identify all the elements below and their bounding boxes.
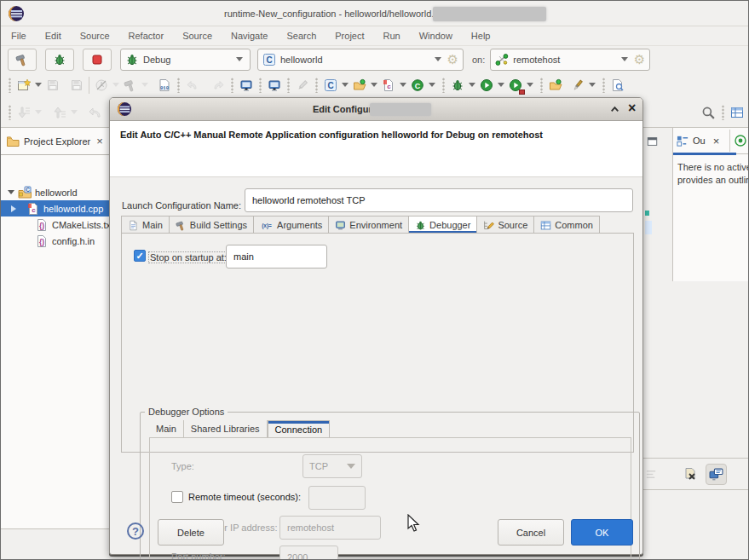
toolbar-drag-handle[interactable] <box>287 78 290 93</box>
toolbar-drag-handle[interactable] <box>231 78 233 93</box>
close-button[interactable]: × <box>628 101 636 116</box>
redo-button[interactable] <box>210 77 227 94</box>
menu-project[interactable]: Project <box>335 31 364 41</box>
previous-annotation-button[interactable] <box>51 104 68 121</box>
next-annotation-button[interactable] <box>15 104 32 121</box>
menu-edit[interactable]: Edit <box>45 31 61 41</box>
help-button[interactable]: ? <box>127 522 144 540</box>
chevron-down-icon[interactable] <box>498 83 504 90</box>
toolbar-drag-handle[interactable] <box>602 78 605 93</box>
menu-source[interactable]: Source <box>80 31 110 41</box>
menu-help[interactable]: Help <box>471 31 491 41</box>
chevron-down-icon[interactable] <box>527 83 533 90</box>
new-class-button[interactable] <box>409 77 426 94</box>
coverage-tab[interactable] <box>734 134 747 147</box>
toolbar-drag-handle[interactable] <box>259 78 262 93</box>
debug-toolbar-button[interactable] <box>449 77 466 94</box>
inner-tab-shared-libraries[interactable]: Shared Libraries <box>184 420 268 437</box>
tab-environment[interactable]: Environment <box>329 216 409 234</box>
save-button[interactable] <box>44 77 61 94</box>
tree-item-file-selected[interactable]: helloworld.cpp <box>1 200 116 216</box>
menu-search[interactable]: Search <box>286 31 316 41</box>
build-button[interactable] <box>8 49 37 71</box>
search-source-button[interactable] <box>609 77 626 94</box>
menu-window[interactable]: Window <box>419 31 452 41</box>
open-console-button[interactable] <box>238 77 255 94</box>
inner-tab-connection[interactable]: Connection <box>268 420 331 437</box>
toolbar-drag-handle[interactable] <box>540 78 543 93</box>
launch-config-combo[interactable]: helloworld ⚙ <box>257 49 464 71</box>
menu-navigate[interactable]: Navigate <box>231 31 268 41</box>
tab-common[interactable]: Common <box>534 216 600 234</box>
debug-button[interactable] <box>45 49 74 71</box>
tab-debugger[interactable]: Debugger <box>409 216 477 234</box>
display-console-button[interactable] <box>706 464 727 485</box>
tree-item-file[interactable]: config.h.in <box>1 233 116 249</box>
new-wizard-button[interactable] <box>15 77 32 94</box>
mark-occurrences-button[interactable] <box>294 77 311 94</box>
toolbar-drag-handle[interactable] <box>722 105 724 120</box>
last-edit-location-button[interactable] <box>87 104 104 121</box>
tree-item-project[interactable]: helloworld <box>1 184 116 200</box>
search-button[interactable] <box>700 104 717 122</box>
delete-button[interactable]: Delete <box>158 519 224 546</box>
chevron-down-icon[interactable] <box>469 83 475 90</box>
tab-source[interactable]: Source <box>477 216 534 234</box>
profile-button[interactable] <box>507 77 524 94</box>
run-button[interactable] <box>478 77 495 94</box>
tab-build-settings[interactable]: Build Settings <box>170 216 254 234</box>
project-explorer-tab[interactable]: Project Explorer × <box>1 128 116 155</box>
expander-closed-icon[interactable] <box>11 205 20 212</box>
toolbar-drag-handle[interactable] <box>177 78 180 93</box>
chevron-down-icon[interactable] <box>35 83 42 90</box>
menu-file[interactable]: File <box>11 31 26 41</box>
chevron-down-icon[interactable] <box>589 83 596 90</box>
remote-timeout-checkbox[interactable] <box>171 491 183 503</box>
stop-on-startup-input[interactable] <box>226 245 327 268</box>
undo-button[interactable] <box>184 77 201 94</box>
chevron-down-icon[interactable] <box>371 83 377 90</box>
toolbar-drag-handle[interactable] <box>315 78 318 93</box>
build-all-button[interactable] <box>122 77 139 94</box>
close-icon[interactable]: × <box>713 135 720 147</box>
skip-breakpoints-button[interactable] <box>93 77 110 94</box>
tab-main[interactable]: Main <box>121 216 170 234</box>
chevron-down-icon[interactable] <box>236 57 243 65</box>
inner-tab-main[interactable]: Main <box>149 420 184 437</box>
open-element-button[interactable] <box>547 77 564 94</box>
binary-view-button[interactable] <box>156 77 173 94</box>
gear-icon[interactable]: ⚙ <box>447 53 458 66</box>
gear-icon[interactable]: ⚙ <box>634 53 645 66</box>
stop-on-startup-checkbox[interactable]: ✓ <box>134 250 146 262</box>
outline-tab[interactable]: Ou × <box>677 135 726 147</box>
cancel-button[interactable]: Cancel <box>498 519 564 546</box>
toolbar-drag-handle[interactable] <box>9 78 11 93</box>
chevron-down-icon[interactable] <box>429 83 435 90</box>
word-wrap-button[interactable] <box>643 466 660 482</box>
menu-source-2[interactable]: Source <box>182 31 212 41</box>
new-c-project-button[interactable] <box>322 77 339 94</box>
connection-combo[interactable]: remotehost ⚙ <box>490 49 650 71</box>
tab-arguments[interactable]: Arguments <box>254 216 329 234</box>
toolbar-drag-handle[interactable] <box>442 78 445 93</box>
open-terminal-button[interactable] <box>266 77 283 94</box>
new-c-folder-button[interactable] <box>351 77 368 94</box>
last-tool-button[interactable] <box>569 77 586 94</box>
open-perspective-button[interactable] <box>729 104 746 121</box>
dialog-titlebar[interactable]: Edit Configuration × <box>110 98 642 121</box>
chevron-down-icon[interactable] <box>435 57 441 65</box>
launch-mode-combo[interactable]: Debug <box>120 49 251 71</box>
menu-run[interactable]: Run <box>383 31 400 41</box>
toolbar-drag-handle[interactable] <box>9 105 11 120</box>
tree-item-file[interactable]: CMakeLists.txt <box>1 216 116 233</box>
config-name-input[interactable] <box>245 188 633 212</box>
close-icon[interactable]: × <box>96 135 103 147</box>
save-all-button[interactable] <box>68 77 85 94</box>
remove-launch-button[interactable] <box>682 465 699 482</box>
collapse-button[interactable] <box>608 103 621 116</box>
expander-open-icon[interactable] <box>8 190 14 198</box>
chevron-down-icon[interactable] <box>400 83 406 90</box>
ok-button[interactable]: OK <box>571 519 633 546</box>
chevron-down-icon[interactable] <box>621 57 628 65</box>
new-c-file-button[interactable] <box>380 77 397 94</box>
